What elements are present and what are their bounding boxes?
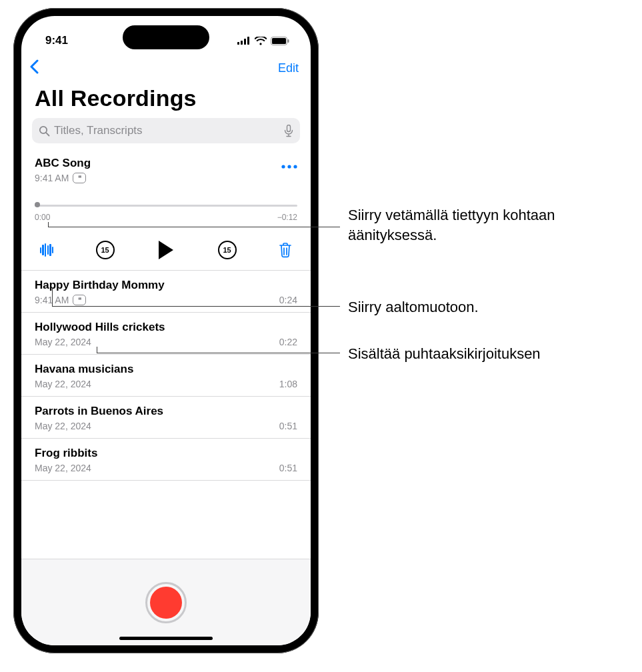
svg-point-10 xyxy=(281,165,285,168)
recording-duration: 0:24 xyxy=(279,295,297,305)
remaining-time: −0:12 xyxy=(277,213,297,222)
home-indicator[interactable] xyxy=(119,637,213,640)
recording-subtitle: May 22, 2024 xyxy=(35,463,91,473)
svg-rect-3 xyxy=(247,37,249,45)
skip-forward-icon: 15 xyxy=(218,241,237,259)
playback-scrubber[interactable] xyxy=(35,202,297,209)
svg-point-11 xyxy=(287,165,291,168)
recordings-list: ABC Song 9:41 AM ❝ 0:00 xyxy=(21,149,311,559)
skip-back-icon: 15 xyxy=(96,241,115,259)
playback-controls: 15 15 xyxy=(35,239,297,261)
svg-rect-1 xyxy=(241,41,243,45)
play-button[interactable] xyxy=(153,239,179,261)
status-right xyxy=(237,37,289,45)
expanded-time: 9:41 AM xyxy=(35,173,69,183)
record-button[interactable] xyxy=(145,582,187,623)
transcript-icon: ❝ xyxy=(73,173,86,183)
svg-rect-9 xyxy=(287,125,291,131)
recording-duration: 1:08 xyxy=(279,379,297,389)
page-title: All Recordings xyxy=(21,80,311,118)
dynamic-island xyxy=(123,25,209,49)
recording-title: Hollywood Hills crickets xyxy=(35,321,297,334)
waveform-icon xyxy=(40,243,54,257)
callout-waveform: Siirry aaltomuotoon. xyxy=(348,297,479,317)
search-placeholder: Titles, Transcripts xyxy=(54,124,280,137)
expanded-recording[interactable]: ABC Song 9:41 AM ❝ 0:00 xyxy=(21,149,311,271)
trash-icon xyxy=(278,242,293,258)
transcript-icon: ❝ xyxy=(73,295,86,305)
bottom-bar xyxy=(21,559,311,645)
mic-icon[interactable] xyxy=(284,125,293,137)
callout-line xyxy=(97,347,97,353)
callout-scrubber: Siirry vetämällä tiettyyn kohtaan äänity… xyxy=(348,205,588,245)
recording-title: Havana musicians xyxy=(35,363,297,376)
svg-rect-2 xyxy=(244,39,246,45)
play-icon xyxy=(159,241,173,259)
more-button[interactable] xyxy=(281,157,297,172)
recording-subtitle: May 22, 2024 xyxy=(35,379,91,389)
list-item[interactable]: Havana musicians May 22, 2024 1:08 xyxy=(21,355,311,397)
scrubber-track xyxy=(35,205,297,207)
recording-title: Frog ribbits xyxy=(35,447,297,460)
svg-rect-6 xyxy=(288,39,289,43)
callout-line xyxy=(52,306,340,307)
nav-bar: Edit xyxy=(21,53,311,80)
callout-transcript: Sisältää puhtaaksikirjoituksen xyxy=(348,344,541,364)
cellular-icon xyxy=(237,37,251,45)
recording-duration: 0:51 xyxy=(279,463,297,473)
list-item[interactable]: Parrots in Buenos Aires May 22, 2024 0:5… xyxy=(21,397,311,439)
edit-button[interactable]: Edit xyxy=(278,61,299,75)
svg-rect-5 xyxy=(272,38,286,44)
skip-back-button[interactable]: 15 xyxy=(95,239,116,261)
recording-subtitle: May 22, 2024 xyxy=(35,337,91,347)
battery-icon xyxy=(271,37,289,45)
recording-duration: 0:51 xyxy=(279,421,297,431)
delete-button[interactable] xyxy=(275,239,296,261)
skip-back-label: 15 xyxy=(101,246,109,254)
recording-title: Happy Birthday Mommy xyxy=(35,279,297,292)
record-icon xyxy=(150,587,182,619)
skip-forward-button[interactable]: 15 xyxy=(217,239,238,261)
scrubber-thumb[interactable] xyxy=(35,202,40,207)
status-time: 9:41 xyxy=(45,34,68,47)
callout-line xyxy=(52,288,53,306)
search-icon xyxy=(39,125,50,137)
elapsed-time: 0:00 xyxy=(35,213,50,222)
list-item[interactable]: Frog ribbits May 22, 2024 0:51 xyxy=(21,439,311,481)
search-field[interactable]: Titles, Transcripts xyxy=(32,118,300,143)
phone-screen: 9:41 Edit All Recordings Titles, Transcr… xyxy=(21,16,311,645)
phone-frame: 9:41 Edit All Recordings Titles, Transcr… xyxy=(13,8,319,653)
svg-point-12 xyxy=(293,165,297,168)
callout-line xyxy=(48,222,49,227)
expanded-title: ABC Song xyxy=(35,157,91,170)
recording-title: Parrots in Buenos Aires xyxy=(35,405,297,418)
svg-rect-0 xyxy=(237,42,239,45)
svg-line-8 xyxy=(46,133,49,135)
callout-line xyxy=(48,227,340,227)
recording-duration: 0:22 xyxy=(279,337,297,347)
wifi-icon xyxy=(255,37,267,45)
callout-line xyxy=(97,353,340,353)
list-item[interactable]: Hollywood Hills crickets May 22, 2024 0:… xyxy=(21,313,311,355)
skip-fwd-label: 15 xyxy=(223,246,231,254)
back-button[interactable] xyxy=(29,59,39,77)
waveform-button[interactable] xyxy=(36,239,57,261)
recording-subtitle: May 22, 2024 xyxy=(35,421,91,431)
